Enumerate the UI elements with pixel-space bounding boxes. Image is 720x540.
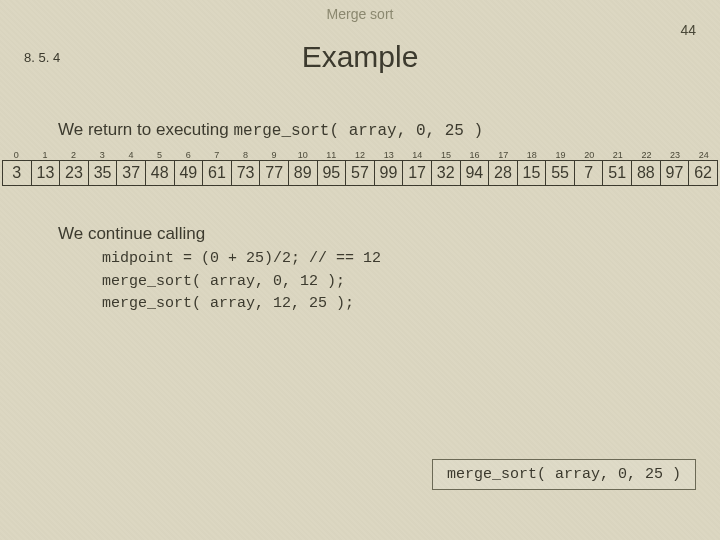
value-cell: 28 [489,160,518,186]
value-cell: 88 [632,160,661,186]
index-cell: 17 [489,150,518,160]
index-cell: 21 [603,150,632,160]
index-cell: 23 [661,150,690,160]
code-block: midpoint = (0 + 25)/2; // == 12 merge_so… [102,248,720,316]
index-cell: 8 [231,150,260,160]
index-cell: 20 [575,150,604,160]
header-topic: Merge sort [0,0,720,22]
index-cell: 19 [546,150,575,160]
index-cell: 15 [432,150,461,160]
value-cell: 61 [203,160,232,186]
index-row: 0123456789101112131415161718192021222324 [2,150,718,160]
index-cell: 3 [88,150,117,160]
value-cell: 94 [461,160,490,186]
value-cell: 89 [289,160,318,186]
value-cell: 48 [146,160,175,186]
value-cell: 77 [260,160,289,186]
intro-code: merge_sort( array, 0, 25 ) [233,122,483,140]
continue-text: We continue calling [58,224,720,244]
index-cell: 13 [374,150,403,160]
value-cell: 3 [3,160,32,186]
index-cell: 10 [288,150,317,160]
index-cell: 11 [317,150,346,160]
value-cell: 17 [403,160,432,186]
call-frame: merge_sort( array, 0, 25 ) [432,459,696,490]
value-cell: 13 [32,160,61,186]
intro-line: We return to executing merge_sort( array… [58,120,720,140]
value-cell: 55 [546,160,575,186]
index-cell: 24 [689,150,718,160]
value-cell: 32 [432,160,461,186]
index-cell: 0 [2,150,31,160]
value-cell: 99 [375,160,404,186]
value-cell: 57 [346,160,375,186]
value-cell: 62 [689,160,718,186]
intro-prefix: We return to executing [58,120,233,139]
value-row: 3132335374849617377899557991732942815557… [2,160,718,186]
index-cell: 2 [59,150,88,160]
page-title: Example [0,40,720,74]
index-cell: 5 [145,150,174,160]
array-visual: 0123456789101112131415161718192021222324… [2,150,718,186]
index-cell: 1 [31,150,60,160]
value-cell: 35 [89,160,118,186]
value-cell: 7 [575,160,604,186]
index-cell: 4 [117,150,146,160]
index-cell: 14 [403,150,432,160]
value-cell: 73 [232,160,261,186]
index-cell: 16 [460,150,489,160]
slide-number: 44 [680,22,696,38]
index-cell: 7 [202,150,231,160]
value-cell: 49 [175,160,204,186]
value-cell: 15 [518,160,547,186]
value-cell: 37 [117,160,146,186]
value-cell: 97 [661,160,690,186]
section-number: 8. 5. 4 [24,50,60,65]
index-cell: 18 [518,150,547,160]
index-cell: 12 [346,150,375,160]
index-cell: 22 [632,150,661,160]
index-cell: 9 [260,150,289,160]
index-cell: 6 [174,150,203,160]
value-cell: 23 [60,160,89,186]
value-cell: 95 [318,160,347,186]
value-cell: 51 [603,160,632,186]
